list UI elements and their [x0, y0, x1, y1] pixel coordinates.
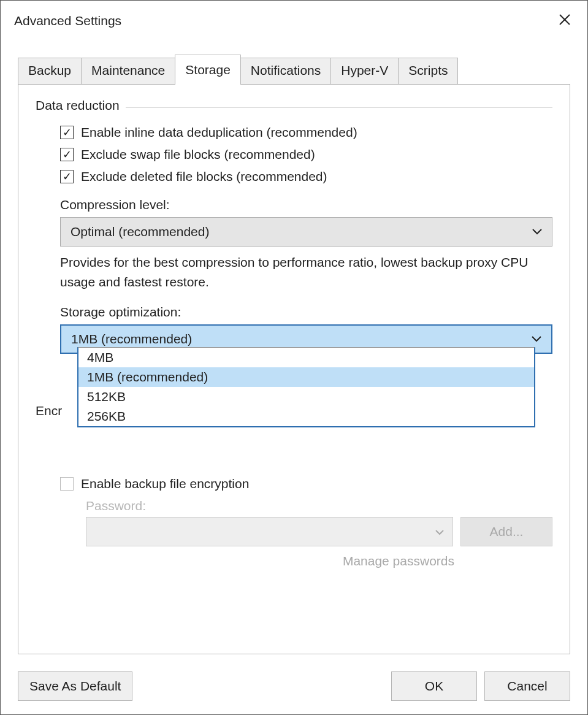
- manage-passwords-link: Manage passwords: [86, 554, 552, 568]
- close-button[interactable]: [553, 10, 576, 31]
- label-deleted: Exclude deleted file blocks (recommended…: [81, 169, 327, 184]
- tab-notifications[interactable]: Notifications: [240, 58, 331, 84]
- storage-opt-option[interactable]: 512KB: [78, 387, 534, 407]
- title-bar: Advanced Settings: [1, 1, 587, 37]
- chevron-down-icon: [532, 333, 541, 345]
- tab-storage[interactable]: Storage: [175, 55, 241, 85]
- dropdown-storage-opt-value: 1MB (recommended): [71, 332, 192, 346]
- tab-maintenance[interactable]: Maintenance: [81, 58, 175, 84]
- row-deleted: ✓ Exclude deleted file blocks (recommend…: [60, 169, 552, 184]
- dropdown-compression-value: Optimal (recommended): [71, 224, 209, 239]
- data-reduction-content: ✓ Enable inline data deduplication (reco…: [36, 125, 552, 354]
- label-compression: Compression level:: [60, 197, 552, 212]
- group-data-reduction: Data reduction: [36, 98, 552, 117]
- cancel-button[interactable]: Cancel: [484, 671, 570, 701]
- label-storage-opt: Storage optimization:: [60, 305, 552, 319]
- checkbox-enable-encryption[interactable]: [60, 477, 74, 491]
- storage-opt-option[interactable]: 1MB (recommended): [78, 367, 534, 387]
- tab-backup[interactable]: Backup: [18, 58, 82, 84]
- row-enable-encryption: Enable backup file encryption: [36, 476, 552, 491]
- row-password: Add...: [86, 517, 552, 546]
- row-dedup: ✓ Enable inline data deduplication (reco…: [60, 125, 552, 140]
- dropdown-storage-opt-list[interactable]: 4MB 1MB (recommended) 512KB 256KB: [77, 347, 535, 427]
- dialog-footer: Save As Default OK Cancel: [1, 662, 587, 714]
- dropdown-compression[interactable]: Optimal (recommended): [60, 217, 552, 247]
- storage-opt-option[interactable]: 4MB: [78, 348, 534, 367]
- checkbox-swap[interactable]: ✓: [60, 148, 74, 161]
- dialog-window: Advanced Settings Backup Maintenance Sto…: [0, 0, 588, 715]
- tab-scripts[interactable]: Scripts: [398, 58, 458, 84]
- encryption-content: Enable backup file encryption Password: …: [36, 476, 552, 568]
- group-title-encryption-partial: Encr: [36, 403, 62, 418]
- label-dedup: Enable inline data deduplication (recomm…: [81, 125, 357, 140]
- chevron-down-icon: [435, 525, 444, 538]
- storage-opt-option[interactable]: 256KB: [78, 407, 534, 426]
- label-password: Password:: [86, 499, 552, 513]
- dropdown-password: [86, 517, 453, 546]
- close-icon: [558, 13, 571, 26]
- tab-panel-storage: Data reduction ✓ Enable inline data dedu…: [18, 84, 570, 654]
- dialog-body: Backup Maintenance Storage Notifications…: [1, 37, 587, 662]
- label-swap: Exclude swap file blocks (recommended): [81, 147, 315, 162]
- group-title-data-reduction: Data reduction: [36, 98, 120, 113]
- tab-bar: Backup Maintenance Storage Notifications…: [18, 55, 570, 84]
- ok-button[interactable]: OK: [391, 671, 477, 701]
- checkbox-dedup[interactable]: ✓: [60, 126, 74, 139]
- label-enable-encryption: Enable backup file encryption: [81, 476, 249, 491]
- row-swap: ✓ Exclude swap file blocks (recommended): [60, 147, 552, 162]
- compression-help-text: Provides for the best compression to per…: [60, 253, 552, 291]
- tab-hyperv[interactable]: Hyper-V: [330, 58, 399, 84]
- save-as-default-button[interactable]: Save As Default: [18, 671, 132, 701]
- chevron-down-icon: [532, 226, 542, 238]
- dialog-title: Advanced Settings: [14, 13, 121, 28]
- checkbox-deleted[interactable]: ✓: [60, 170, 74, 183]
- add-password-button: Add...: [460, 517, 552, 546]
